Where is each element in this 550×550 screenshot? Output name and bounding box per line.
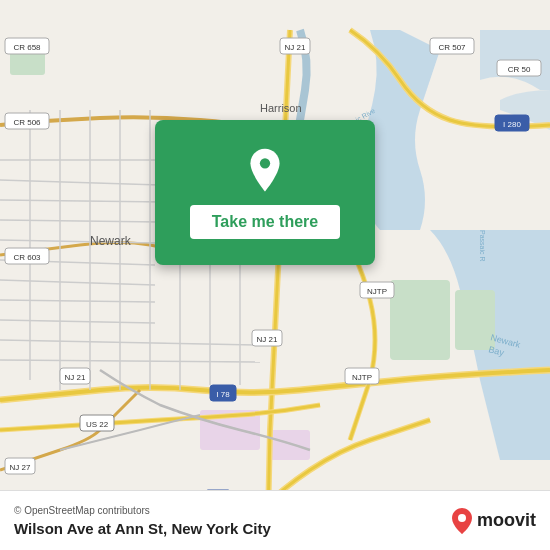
location-pin-icon bbox=[241, 147, 289, 195]
svg-rect-5 bbox=[270, 430, 310, 460]
app-container: CR 658 NJ 21 CR 507 I 280 CR 506 Harriso… bbox=[0, 0, 550, 550]
svg-text:NJ 21: NJ 21 bbox=[65, 373, 86, 382]
svg-text:Newark: Newark bbox=[90, 234, 132, 248]
take-me-there-button[interactable]: Take me there bbox=[190, 205, 340, 239]
svg-point-62 bbox=[458, 514, 466, 522]
map-svg: CR 658 NJ 21 CR 507 I 280 CR 506 Harriso… bbox=[0, 0, 550, 550]
svg-text:CR 506: CR 506 bbox=[13, 118, 41, 127]
bottom-bar: © OpenStreetMap contributors Wilson Ave … bbox=[0, 490, 550, 550]
svg-text:CR 507: CR 507 bbox=[438, 43, 466, 52]
svg-text:CR 603: CR 603 bbox=[13, 253, 41, 262]
moovit-pin-icon bbox=[451, 507, 473, 535]
svg-text:NJ 27: NJ 27 bbox=[10, 463, 31, 472]
map-container: CR 658 NJ 21 CR 507 I 280 CR 506 Harriso… bbox=[0, 0, 550, 550]
svg-text:CR 50: CR 50 bbox=[508, 65, 531, 74]
svg-rect-1 bbox=[390, 280, 450, 360]
action-card[interactable]: Take me there bbox=[155, 120, 375, 265]
svg-text:NJ 21: NJ 21 bbox=[285, 43, 306, 52]
svg-text:Harrison: Harrison bbox=[260, 102, 302, 114]
moovit-logo: moovit bbox=[451, 507, 536, 535]
moovit-brand-text: moovit bbox=[477, 510, 536, 531]
svg-text:NJTP: NJTP bbox=[352, 373, 372, 382]
attribution-text: © OpenStreetMap contributors bbox=[14, 505, 271, 516]
location-label: Wilson Ave at Ann St, New York City bbox=[14, 520, 271, 537]
svg-text:NJ 21: NJ 21 bbox=[257, 335, 278, 344]
svg-text:I 78: I 78 bbox=[216, 390, 230, 399]
bottom-left: © OpenStreetMap contributors Wilson Ave … bbox=[14, 505, 271, 537]
svg-text:CR 658: CR 658 bbox=[13, 43, 41, 52]
svg-point-61 bbox=[260, 158, 270, 168]
svg-text:Passaic R: Passaic R bbox=[479, 230, 486, 262]
svg-text:I 280: I 280 bbox=[503, 120, 521, 129]
svg-text:US 22: US 22 bbox=[86, 420, 109, 429]
svg-text:NJTP: NJTP bbox=[367, 287, 387, 296]
